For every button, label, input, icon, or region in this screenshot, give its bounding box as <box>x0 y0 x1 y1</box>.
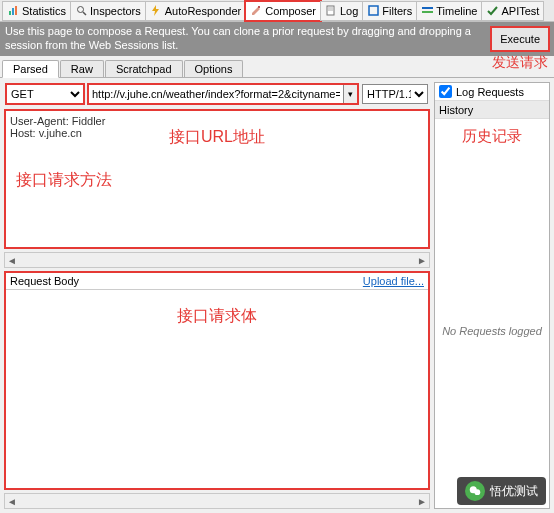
svg-rect-2 <box>15 6 17 15</box>
tab-composer[interactable]: Composer <box>245 1 321 21</box>
history-header[interactable]: History <box>435 101 549 119</box>
horizontal-scrollbar[interactable]: ◄ ► <box>4 252 430 268</box>
tab-label: Timeline <box>436 5 477 17</box>
composer-left-column: GET ▾ HTTP/1.1 User-Agent: Fiddler Host:… <box>4 82 430 509</box>
tab-autoresponder[interactable]: AutoResponder <box>145 1 246 21</box>
scroll-right-icon[interactable]: ► <box>417 255 427 266</box>
watermark: 悟优测试 <box>457 477 546 505</box>
timeline-icon <box>421 5 433 17</box>
pencil-icon <box>250 5 262 17</box>
scroll-right-icon[interactable]: ► <box>417 496 427 507</box>
tab-label: AutoResponder <box>165 5 241 17</box>
upload-file-link[interactable]: Upload file... <box>363 275 424 287</box>
tab-log[interactable]: Log <box>320 1 363 21</box>
execute-button[interactable]: Execute <box>491 27 549 51</box>
composer-description: Use this page to compose a Request. You … <box>5 25 485 53</box>
wechat-icon <box>465 481 485 501</box>
tab-label: Statistics <box>22 5 66 17</box>
svg-rect-11 <box>369 6 378 15</box>
svg-rect-1 <box>12 8 14 15</box>
document-icon <box>325 5 337 17</box>
subtab-scratchpad[interactable]: Scratchpad <box>105 60 183 77</box>
annotation-body: 接口请求体 <box>16 306 418 327</box>
scroll-left-icon[interactable]: ◄ <box>7 496 17 507</box>
request-body-label: Request Body <box>10 275 79 287</box>
tab-statistics[interactable]: Statistics <box>2 1 71 21</box>
horizontal-scrollbar[interactable]: ◄ ► <box>4 493 430 509</box>
tab-apitest[interactable]: APITest <box>481 1 544 21</box>
statistics-icon <box>7 5 19 17</box>
bolt-icon <box>150 5 162 17</box>
svg-marker-5 <box>152 5 159 16</box>
header-line: User-Agent: Fiddler <box>10 115 424 127</box>
tab-label: Composer <box>265 5 316 17</box>
tab-timeline[interactable]: Timeline <box>416 1 482 21</box>
subtab-options[interactable]: Options <box>184 60 244 77</box>
http-method-select[interactable]: GET <box>6 84 84 104</box>
request-body-box: Request Body Upload file... 接口请求体 <box>4 271 430 490</box>
log-requests-checkbox[interactable] <box>439 85 452 98</box>
scroll-left-icon[interactable]: ◄ <box>7 255 17 266</box>
tab-inspectors[interactable]: Inspectors <box>70 1 146 21</box>
svg-point-15 <box>474 489 480 495</box>
history-label: History <box>439 104 473 116</box>
request-body-textarea[interactable]: 接口请求体 <box>6 290 428 488</box>
magnifier-icon <box>75 5 87 17</box>
annotation-method: 接口请求方法 <box>16 170 424 191</box>
svg-line-4 <box>83 12 86 15</box>
tab-label: APITest <box>501 5 539 17</box>
composer-main: GET ▾ HTTP/1.1 User-Agent: Fiddler Host:… <box>0 78 554 513</box>
annotation-send: 发送请求 <box>492 54 548 72</box>
subtab-parsed[interactable]: Parsed <box>2 60 59 78</box>
svg-point-3 <box>77 7 83 13</box>
request-line: GET ▾ HTTP/1.1 <box>4 82 430 106</box>
history-empty-text: No Requests logged <box>435 154 549 508</box>
svg-marker-6 <box>252 7 260 15</box>
log-requests-label: Log Requests <box>456 86 524 98</box>
tab-filters[interactable]: Filters <box>362 1 417 21</box>
request-headers-box[interactable]: User-Agent: Fiddler Host: v.juhe.cn 接口UR… <box>4 109 430 249</box>
top-tab-strip: Statistics Inspectors AutoResponder Comp… <box>0 0 554 22</box>
log-requests-row[interactable]: Log Requests <box>435 83 549 101</box>
annotation-history: 历史记录 <box>435 119 549 154</box>
request-body-header: Request Body Upload file... <box>6 273 428 290</box>
history-panel: Log Requests History 历史记录 No Requests lo… <box>434 82 550 509</box>
url-dropdown-icon[interactable]: ▾ <box>344 84 358 104</box>
request-url-input[interactable] <box>88 84 344 104</box>
http-version-select[interactable]: HTTP/1.1 <box>362 84 428 104</box>
subtab-raw[interactable]: Raw <box>60 60 104 77</box>
svg-rect-7 <box>258 6 260 8</box>
tab-label: Inspectors <box>90 5 141 17</box>
square-icon <box>367 5 379 17</box>
tab-label: Log <box>340 5 358 17</box>
svg-rect-0 <box>9 11 11 15</box>
tab-label: Filters <box>382 5 412 17</box>
composer-subtabs: Parsed Raw Scratchpad Options <box>0 58 554 78</box>
watermark-text: 悟优测试 <box>490 483 538 500</box>
check-icon <box>486 5 498 17</box>
composer-description-bar: Use this page to compose a Request. You … <box>0 22 554 56</box>
